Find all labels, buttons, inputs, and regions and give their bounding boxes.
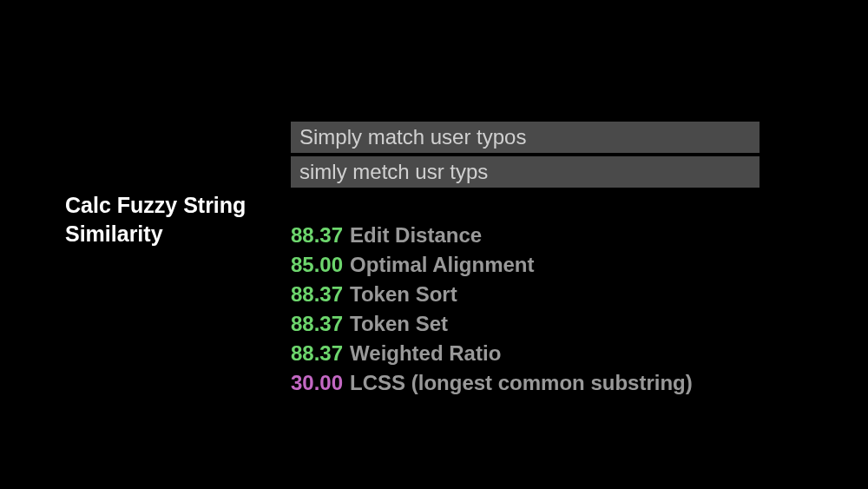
result-row-lcss: 30.00 LCSS (longest common substring): [291, 370, 807, 396]
result-row-token-set: 88.37 Token Set: [291, 311, 807, 337]
results-section: 88.37 Edit Distance 85.00 Optimal Alignm…: [291, 222, 807, 396]
result-value: 88.37: [291, 311, 343, 337]
result-value: 30.00: [291, 370, 343, 396]
string1-input[interactable]: [291, 122, 760, 153]
result-label: Optimal Alignment: [350, 252, 534, 278]
content-section: 88.37 Edit Distance 85.00 Optimal Alignm…: [291, 122, 868, 400]
result-label: Token Sort: [350, 281, 457, 307]
result-row-optimal-alignment: 85.00 Optimal Alignment: [291, 252, 807, 278]
main-container: Calc Fuzzy String Similarity 88.37 Edit …: [0, 0, 868, 400]
result-label: Edit Distance: [350, 222, 482, 248]
result-label: Weighted Ratio: [350, 340, 501, 367]
result-row-token-sort: 88.37 Token Sort: [291, 281, 807, 307]
title-section: Calc Fuzzy String Similarity: [65, 122, 291, 400]
string2-input[interactable]: [291, 156, 760, 188]
title-line-1: Calc Fuzzy String: [65, 191, 291, 220]
result-row-weighted-ratio: 88.37 Weighted Ratio: [291, 340, 807, 367]
result-value: 88.37: [291, 340, 343, 367]
result-value: 88.37: [291, 281, 343, 307]
result-value: 85.00: [291, 252, 343, 278]
result-label: LCSS (longest common substring): [350, 370, 693, 396]
result-row-edit-distance: 88.37 Edit Distance: [291, 222, 807, 248]
result-value: 88.37: [291, 222, 343, 248]
result-label: Token Set: [350, 311, 448, 337]
title-line-2: Similarity: [65, 220, 291, 248]
page-title: Calc Fuzzy String Similarity: [65, 191, 291, 248]
